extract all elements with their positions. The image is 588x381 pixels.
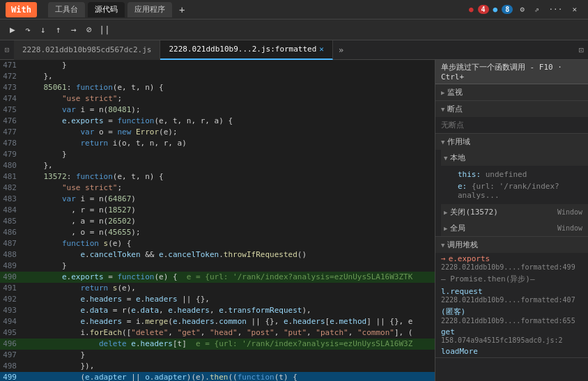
- local-subsection: ▼ 本地 this: undefined e: {url: '/rank/ind…: [435, 150, 588, 204]
- stack-item-lrequest[interactable]: l.request 2228.021ddb10b9....formatted:4…: [435, 286, 588, 305]
- stack-item-loadmore[interactable]: loadMore: [435, 345, 588, 357]
- file-tab-2[interactable]: 2228.021ddb10b9...2.js:formatted ✕: [160, 40, 333, 60]
- global-chevron-icon: ▶: [444, 225, 447, 232]
- table-row: 472 },: [0, 71, 435, 82]
- stack-item-exports[interactable]: → e.exports 2228.021ddb10b9....formatted…: [435, 253, 588, 272]
- watch-header[interactable]: ▶ 监视: [435, 84, 588, 100]
- resume-button[interactable]: ▶: [6, 23, 20, 37]
- local-this-item: this: undefined: [447, 169, 582, 180]
- more-files-button[interactable]: »: [333, 45, 349, 55]
- table-row: 496 delete e.headers[t] e = {url: '/rank…: [0, 339, 435, 350]
- scope-header[interactable]: ▼ 作用域: [435, 134, 588, 150]
- table-row: 490 e.exports = function(e) { e = {url: …: [0, 272, 435, 283]
- global-header[interactable]: ▶ 全局 Window: [441, 220, 588, 236]
- format-button[interactable]: ⊡: [575, 45, 588, 55]
- local-label: 本地: [450, 153, 465, 163]
- info-icon: ●: [493, 5, 498, 14]
- tooltip-text: 单步跳过下一个函数调用 - F10 · Ctrl+: [441, 62, 582, 81]
- table-row: 475 var i = n(80481);: [0, 104, 435, 116]
- info-badge: 8: [502, 5, 513, 14]
- step-button[interactable]: →: [67, 23, 81, 37]
- table-row: 482 "use strict";: [0, 182, 435, 194]
- local-content: this: undefined e: {url: '/rank/index?an…: [441, 166, 588, 204]
- callstack-section: ▼ 调用堆栈 → e.exports 2228.021ddb10b9....fo…: [435, 237, 588, 358]
- table-row: 473 85061: function(e, t, n) {: [0, 82, 435, 93]
- add-tab-button[interactable]: +: [175, 1, 189, 18]
- file-tab-1[interactable]: 2228.021ddb10b985cd567dc2.js: [14, 40, 160, 60]
- watch-section: ▶ 监视: [435, 84, 588, 101]
- sidebar-toggle[interactable]: ⊡: [0, 45, 14, 54]
- breakpoints-section: ▼ 断点 无断点: [435, 101, 588, 134]
- global-type: Window: [557, 224, 582, 232]
- step-into-button[interactable]: ↓: [36, 23, 50, 37]
- more-icon[interactable]: ···: [546, 3, 566, 15]
- table-row: 476 e.exports = function(e, t, n, r, a) …: [0, 116, 435, 127]
- table-row: 479 }: [0, 149, 435, 160]
- scope-chevron-icon: ▼: [441, 139, 444, 146]
- local-e-item: e: {url: '/rank/index?analys...: [447, 180, 582, 201]
- table-row: 474 "use strict";: [0, 93, 435, 104]
- file-tabs: ⊡ 2228.021ddb10b985cd567dc2.js 2228.021d…: [0, 40, 588, 60]
- error-badge: 4: [478, 5, 489, 14]
- arrow-icon: →: [441, 254, 446, 263]
- tab-with[interactable]: With: [6, 2, 37, 17]
- debug-controls: ▶ ↷ ↓ ↑ → ⊘ ||: [6, 23, 111, 37]
- table-row: 477 var o = new Error(e);: [0, 127, 435, 138]
- table-row: 486 , o = n(45655);: [0, 227, 435, 238]
- share-icon[interactable]: ⇗: [532, 3, 542, 15]
- table-row: 471 }: [0, 60, 435, 71]
- table-row: 487 function s(e) {: [0, 238, 435, 249]
- stack-item-promise: — Promise.then(异步)—: [435, 272, 588, 286]
- table-row: 478 return i(o, t, n, r, a): [0, 138, 435, 149]
- tooltip-bar: 单步跳过下一个函数调用 - F10 · Ctrl+: [435, 60, 588, 84]
- local-header[interactable]: ▼ 本地: [441, 150, 588, 166]
- callstack-content: → e.exports 2228.021ddb10b9....formatted…: [435, 253, 588, 357]
- close-icon[interactable]: ✕: [569, 3, 580, 15]
- table-row: 480 },: [0, 160, 435, 171]
- global-label: 全局: [450, 223, 465, 233]
- browser-tab-devtools2[interactable]: 源代码: [88, 2, 125, 17]
- deactivate-button[interactable]: ⊘: [82, 23, 96, 37]
- code-content: 471 } 472 }, 473 85061: function(e, t, n…: [0, 60, 435, 381]
- breakpoints-chevron-icon: ▼: [441, 106, 444, 113]
- code-panel[interactable]: 471 } 472 }, 473 85061: function(e, t, n…: [0, 60, 435, 381]
- table-row: 494 e.headers = i.merge(e.headers.common…: [0, 316, 435, 327]
- table-row: 491 return s(e),: [0, 283, 435, 294]
- closure-subsection: ▶ 关闭(13572) Window: [435, 204, 588, 220]
- table-row: 498 }),: [0, 361, 435, 372]
- scope-section: ▼ 作用域 ▼ 本地 this: undefined e: {url: '/ra: [435, 134, 588, 237]
- local-chevron-icon: ▼: [444, 155, 447, 162]
- watch-chevron-icon: ▶: [441, 89, 444, 96]
- table-row: 497 }: [0, 350, 435, 361]
- global-subsection: ▶ 全局 Window: [435, 220, 588, 236]
- gear-icon[interactable]: ⚙: [517, 3, 527, 15]
- browser-tab-devtools3[interactable]: 应用程序: [127, 2, 172, 17]
- step-out-button[interactable]: ↑: [52, 23, 65, 37]
- closure-type: Window: [557, 208, 582, 216]
- closure-chevron-icon: ▶: [444, 209, 447, 216]
- record-icon: ●: [469, 5, 474, 14]
- table-row: 495 i.forEach(["delete", "get", "head", …: [0, 327, 435, 339]
- stack-item-get[interactable]: get 158.074a9a4515fc1895adc0.js:2: [435, 326, 588, 345]
- table-row-active: 499 (e.adapter || o.adapter)(e).then((fu…: [0, 372, 435, 381]
- table-row: 492 e.headers = e.headers || {},: [0, 294, 435, 305]
- pause-on-exception-button[interactable]: ||: [98, 23, 111, 37]
- watch-label: 监视: [447, 87, 463, 98]
- step-over-button[interactable]: ↷: [21, 23, 35, 37]
- breakpoints-label: 断点: [447, 104, 463, 114]
- closure-header[interactable]: ▶ 关闭(13572) Window: [441, 204, 588, 220]
- callstack-label: 调用堆栈: [447, 240, 478, 250]
- right-panel: 单步跳过下一个函数调用 - F10 · Ctrl+ ▶ 监视 ▼ 断点 无断点 …: [435, 60, 588, 381]
- table-row: 485 , a = n(26502): [0, 216, 435, 227]
- breakpoints-header[interactable]: ▼ 断点: [435, 101, 588, 117]
- toolbar-icons: ● 4 ● 8 ⚙ ⇗ ··· ✕: [466, 3, 582, 15]
- modified-dot: ✕: [319, 45, 324, 54]
- stack-item-anonymous[interactable]: (匿客) 2228.021ddb10b9....formatted:655: [435, 305, 588, 326]
- browser-tab-bar: With 工具台 源代码 应用程序 + ● 4 ● 8 ⚙ ⇗ ··· ✕: [0, 0, 588, 20]
- callstack-header[interactable]: ▼ 调用堆栈: [435, 237, 588, 253]
- devtools-toolbar: ▶ ↷ ↓ ↑ → ⊘ ||: [0, 20, 588, 40]
- table-row: 484 , r = n(18527): [0, 205, 435, 216]
- closure-label: 关闭(13572): [450, 207, 497, 217]
- browser-tab-devtools1[interactable]: 工具台: [48, 2, 85, 17]
- callstack-chevron-icon: ▼: [441, 242, 444, 249]
